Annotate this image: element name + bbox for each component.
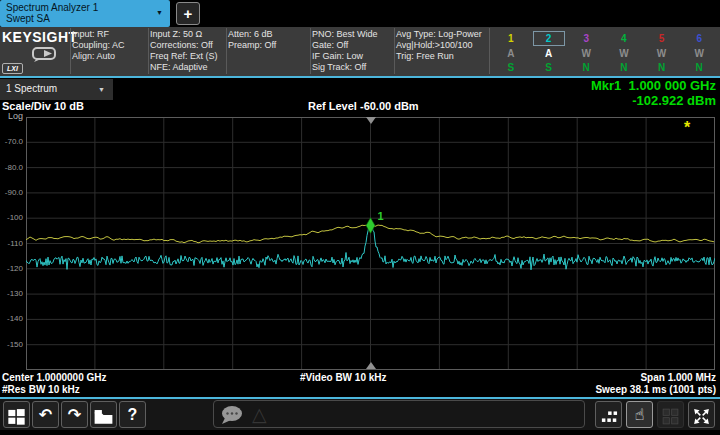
marker-readout[interactable]: Mkr1 1.000 000 GHz -102.922 dBm xyxy=(591,78,716,108)
video-bw-annotation[interactable]: #Video BW 10 kHz xyxy=(300,372,387,383)
settings-line: Freq Ref: Ext (S) xyxy=(150,51,218,62)
windows-logo-icon xyxy=(6,406,27,427)
settings-line: IF Gain: Low xyxy=(312,51,378,62)
res-bw-annotation[interactable]: #Res BW 10 kHz xyxy=(2,384,80,395)
spectrum-display[interactable]: 1 xyxy=(26,117,715,370)
settings-line: Corrections: Off xyxy=(150,40,218,51)
ref-level-readout[interactable]: Ref Level -60.00 dBm xyxy=(308,100,419,112)
help-button[interactable]: ? xyxy=(119,401,146,428)
settings-line: PNO: Best Wide xyxy=(312,29,378,40)
tab-title: Spectrum Analyzer 1 xyxy=(6,2,164,13)
window-selector-dropdown[interactable]: 1 Spectrum ▼ xyxy=(0,79,113,100)
settings-line: Sig Track: Off xyxy=(312,62,378,73)
y-axis-tick-label: -130 xyxy=(0,289,23,298)
lxi-badge: LXI xyxy=(2,63,23,74)
chevron-down-icon: ▼ xyxy=(156,9,163,16)
touch-pointer-icon: ☝ xyxy=(635,406,645,423)
windows-menu-button[interactable] xyxy=(3,401,30,428)
settings-group-2[interactable]: Input Z: 50 ΩCorrections: OffFreq Ref: E… xyxy=(150,29,218,73)
trace-state: S xyxy=(492,61,530,75)
file-browser-button[interactable] xyxy=(90,401,117,428)
group-divider xyxy=(489,28,490,74)
trace-mode: W xyxy=(605,46,643,61)
message-bubble-icon[interactable] xyxy=(220,405,248,425)
group-divider xyxy=(148,28,149,74)
trace-slot-6[interactable]: 6WN xyxy=(680,28,718,75)
message-area: △ xyxy=(213,400,585,428)
trace-number: 6 xyxy=(684,32,714,45)
redo-icon: ↷ xyxy=(68,406,81,423)
instrument-screen: Spectrum Analyzer 1 Swept SA ▼ + KEYSIGH… xyxy=(0,0,720,435)
control-toolbar: ↶ ↷ ? △ ☝ xyxy=(0,399,720,430)
center-freq-annotation[interactable]: Center 1.0000000 GHz xyxy=(2,372,107,383)
trace-table: 1AS2AS3WN4WN5WN6WN xyxy=(492,28,718,75)
help-icon: ? xyxy=(128,406,138,423)
y-axis-tick-label: -90.0 xyxy=(0,188,23,197)
settings-line: Avg Type: Log-Power xyxy=(396,29,482,40)
touch-mode-button[interactable]: ☝ xyxy=(626,401,653,428)
settings-line: Align: Auto xyxy=(72,51,125,62)
trace-number: 3 xyxy=(571,32,601,45)
trace-number: 5 xyxy=(647,32,677,45)
add-tab-button[interactable]: + xyxy=(176,2,200,25)
y-axis-tick-label: -80.0 xyxy=(0,163,23,172)
trace-mode: A xyxy=(492,46,530,61)
trace-number: 2 xyxy=(534,32,564,45)
settings-group-4[interactable]: PNO: Best WideGate: OffIF Gain: LowSig T… xyxy=(312,29,378,73)
undo-button[interactable]: ↶ xyxy=(32,401,59,428)
settings-line: Input Z: 50 Ω xyxy=(150,29,218,40)
redo-button[interactable]: ↷ xyxy=(61,401,88,428)
alert-triangle-icon: △ xyxy=(252,403,267,427)
group-divider xyxy=(310,28,311,74)
settings-line: Input: RF xyxy=(72,29,125,40)
keysight-arrow-icon xyxy=(32,47,58,62)
trace-state: N xyxy=(680,61,718,75)
fullscreen-button[interactable] xyxy=(688,401,715,428)
window-tiles-icon xyxy=(660,406,681,427)
settings-group-1[interactable]: Input: RFCoupling: ACAlign: Auto xyxy=(72,29,125,62)
window-selector-label: 1 Spectrum xyxy=(6,83,57,94)
y-axis-tick-label: -70.0 xyxy=(0,137,23,146)
trace-slot-2[interactable]: 2AS xyxy=(530,28,568,75)
trace-state: N xyxy=(605,61,643,75)
trace-mode: A xyxy=(530,46,568,61)
settings-line: Avg|Hold:>100/100 xyxy=(396,40,482,51)
screen-layout-button[interactable] xyxy=(595,401,622,428)
trace-state: N xyxy=(643,61,681,75)
trace-state: S xyxy=(530,61,568,75)
system-settings-bar: KEYSIGHT LXI Input: RFCoupling: ACAlign:… xyxy=(0,27,720,76)
y-axis-tick-label: -120 xyxy=(0,264,23,273)
y-axis-tick-label: -140 xyxy=(0,314,23,323)
bottom-strip xyxy=(0,430,720,435)
sweep-annotation[interactable]: Sweep 38.1 ms (1001 pts) xyxy=(595,384,716,395)
settings-line: Preamp: Off xyxy=(228,40,276,51)
trace-state: N xyxy=(567,61,605,75)
undo-icon: ↶ xyxy=(39,406,52,423)
tab-bar: Spectrum Analyzer 1 Swept SA ▼ + xyxy=(0,0,720,27)
settings-group-5[interactable]: Avg Type: Log-PowerAvg|Hold:>100/100Trig… xyxy=(396,29,482,62)
span-annotation[interactable]: Span 1.000 MHz xyxy=(640,372,716,383)
trace-slot-1[interactable]: 1AS xyxy=(492,28,530,75)
measurement-tab[interactable]: Spectrum Analyzer 1 Swept SA ▼ xyxy=(0,0,170,27)
trace-number: 1 xyxy=(496,32,526,45)
annotation-bar: Center 1.0000000 GHz #Res BW 10 kHz #Vid… xyxy=(0,370,720,396)
marker-frequency: Mkr1 1.000 000 GHz xyxy=(591,78,716,93)
settings-group-3[interactable]: Atten: 6 dBPreamp: Off xyxy=(228,29,276,51)
trace-number: 4 xyxy=(609,32,639,45)
y-axis-tick-label: -100 xyxy=(0,213,23,222)
trace-slot-3[interactable]: 3WN xyxy=(567,28,605,75)
measurement-bar: 1 Spectrum ▼ Mkr1 1.000 000 GHz -102.922… xyxy=(0,78,720,117)
window-arrange-button[interactable] xyxy=(657,401,684,428)
group-divider xyxy=(226,28,227,74)
trace-mode: W xyxy=(643,46,681,61)
y-axis-tick-label: -110 xyxy=(0,239,23,248)
group-divider xyxy=(70,28,71,74)
trace-slot-4[interactable]: 4WN xyxy=(605,28,643,75)
chevron-down-icon: ▼ xyxy=(98,86,105,93)
y-axis-tick-label: -150 xyxy=(0,340,23,349)
trace-mode: W xyxy=(567,46,605,61)
settings-line: Trig: Free Run xyxy=(396,51,482,62)
trace-slot-5[interactable]: 5WN xyxy=(643,28,681,75)
fullscreen-arrows-icon xyxy=(691,406,712,427)
folder-icon xyxy=(93,407,114,426)
